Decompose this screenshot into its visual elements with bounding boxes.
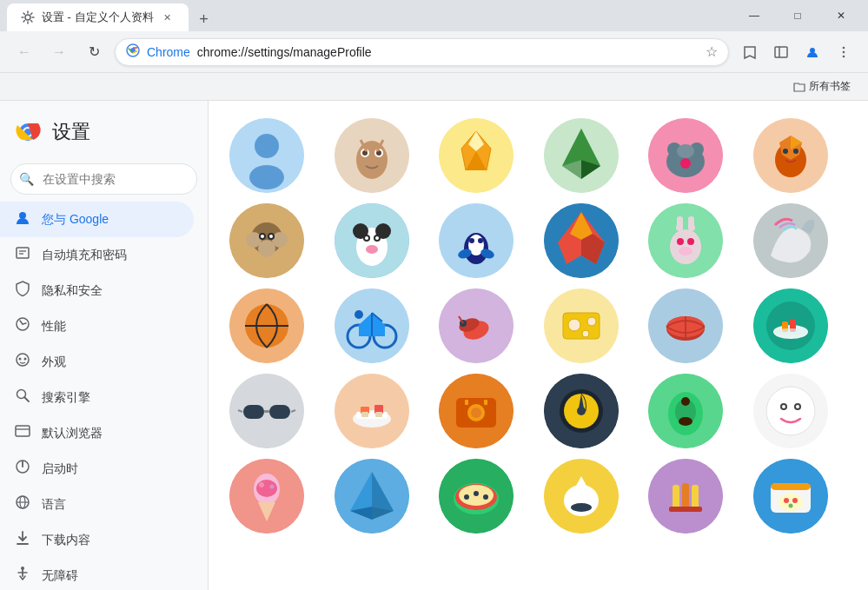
avatar-a2[interactable] (335, 118, 409, 193)
close-button[interactable]: ✕ (821, 0, 861, 31)
star-icon: ☆ (706, 43, 718, 60)
svg-rect-134 (264, 410, 269, 413)
svg-point-102 (679, 247, 692, 255)
avatar-a24[interactable] (753, 374, 828, 448)
avatar-a27[interactable] (439, 459, 514, 534)
sidebar-item-label-language: 语言 (42, 497, 66, 513)
bookmarks-bar: 所有书签 (0, 73, 868, 101)
url-bar[interactable]: Chrome chrome://settings/manageProfile ☆ (115, 38, 729, 66)
avatar-a3[interactable] (439, 118, 514, 193)
maximize-button[interactable]: □ (778, 0, 818, 31)
sidebar-item-autofill[interactable]: 自动填充和密码 (0, 237, 194, 273)
avatar-a4[interactable] (544, 118, 619, 193)
svg-point-157 (679, 417, 692, 426)
forward-button[interactable]: → (45, 38, 73, 66)
sidebar-button[interactable] (767, 38, 795, 66)
avatar-a17[interactable] (648, 288, 723, 363)
sidebar-header: 设置 (0, 108, 208, 156)
sidebar-item-label-google: 您与 Google (42, 212, 109, 228)
svg-point-62 (783, 149, 788, 154)
sidebar-item-label-browser: 默认浏览器 (42, 426, 103, 441)
minimize-button[interactable]: — (734, 0, 774, 31)
avatar-a15[interactable] (439, 288, 514, 363)
avatar-a16[interactable] (544, 288, 619, 363)
svg-point-0 (25, 15, 30, 20)
svg-point-6 (843, 46, 845, 49)
avatar-a14[interactable] (335, 288, 409, 363)
svg-point-7 (843, 50, 845, 53)
content-area (209, 101, 868, 590)
search-input[interactable] (10, 163, 197, 195)
svg-point-182 (483, 494, 488, 500)
account-button[interactable] (798, 38, 826, 66)
search-box[interactable]: 🔍 (10, 163, 197, 195)
sidebar-item-google[interactable]: 您与 Google (0, 202, 194, 237)
svg-point-17 (17, 354, 29, 366)
svg-point-199 (788, 504, 792, 508)
sidebar-item-startup[interactable]: 启动时 (0, 451, 194, 487)
avatar-a18[interactable] (753, 288, 828, 363)
avatar-a10[interactable] (544, 203, 619, 278)
active-tab[interactable]: 设置 - 自定义个人资料 ✕ (7, 3, 189, 31)
svg-point-164 (796, 405, 799, 408)
sidebar-item-search[interactable]: 搜索引擎 (0, 380, 194, 415)
sidebar-item-browser[interactable]: 默认浏览器 (0, 415, 194, 451)
svg-point-39 (356, 141, 388, 179)
avatar-a29[interactable] (648, 459, 723, 534)
avatar-a12[interactable] (753, 203, 828, 278)
avatar-a7[interactable] (229, 203, 304, 278)
avatar-a20[interactable] (335, 374, 409, 448)
svg-point-12 (19, 212, 26, 219)
svg-point-198 (792, 498, 798, 503)
avatar-a25[interactable] (229, 459, 304, 534)
avatar-a23[interactable] (648, 374, 723, 448)
sidebar-item-appearance[interactable]: 外观 (0, 344, 194, 380)
svg-point-119 (587, 317, 596, 326)
folder-icon (793, 81, 805, 93)
avatar-a5[interactable] (648, 118, 723, 193)
sidebar-item-accessibility[interactable]: 无障碍 (0, 558, 194, 590)
avatar-a30[interactable] (753, 459, 828, 534)
sidebar-item-privacy[interactable]: 隐私和安全 (0, 273, 194, 308)
menu-button[interactable] (830, 38, 858, 66)
svg-point-167 (256, 480, 277, 497)
sidebar-item-label-autofill: 自动填充和密码 (42, 248, 127, 263)
browser-icon (14, 422, 31, 444)
bookmarks-folder[interactable]: 所有书签 (786, 76, 858, 97)
sidebar-item-label-downloads: 下载内容 (42, 533, 90, 548)
svg-rect-132 (243, 405, 264, 419)
downloads-icon (14, 529, 31, 551)
avatar-a1[interactable] (229, 118, 304, 193)
new-tab-button[interactable]: + (192, 7, 216, 31)
avatar-a6[interactable] (753, 118, 828, 193)
avatar-a8[interactable] (335, 203, 409, 278)
avatar-a19[interactable] (229, 374, 304, 448)
reload-button[interactable]: ↻ (80, 38, 108, 66)
avatar-a22[interactable] (544, 374, 619, 448)
bookmark-button[interactable] (736, 38, 764, 66)
svg-point-160 (766, 387, 815, 435)
svg-point-63 (793, 149, 798, 154)
avatar-a13[interactable] (229, 288, 304, 363)
sidebar-item-label-appearance: 外观 (42, 355, 66, 370)
svg-rect-195 (771, 483, 811, 490)
svg-point-81 (375, 236, 379, 240)
sidebar-item-language[interactable]: 语言 (0, 487, 194, 522)
sidebar-item-downloads[interactable]: 下载内容 (0, 522, 194, 558)
avatar-a28[interactable] (544, 459, 619, 534)
sidebar-item-label-search: 搜索引擎 (42, 390, 90, 406)
avatar-a9[interactable] (439, 203, 514, 278)
back-button[interactable]: ← (10, 38, 38, 66)
svg-rect-192 (669, 507, 702, 512)
svg-point-158 (681, 397, 690, 406)
address-bar-actions (736, 38, 858, 66)
avatar-grid (226, 115, 851, 537)
sidebar-item-performance[interactable]: 性能 (0, 308, 194, 344)
avatar-a21[interactable] (439, 374, 514, 448)
tab-close-button[interactable]: ✕ (161, 10, 175, 24)
nav-items-container: 您与 Google自动填充和密码隐私和安全性能外观搜索引擎默认浏览器启动时语言下… (0, 202, 208, 590)
svg-point-82 (366, 245, 378, 254)
avatar-a11[interactable] (648, 203, 723, 278)
svg-rect-189 (673, 485, 679, 509)
avatar-a26[interactable] (335, 459, 409, 534)
